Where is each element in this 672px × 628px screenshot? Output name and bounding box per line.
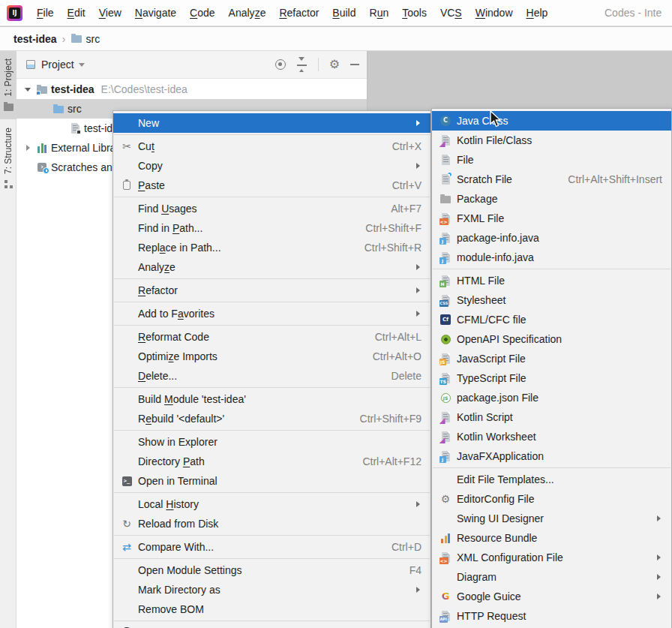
menubar-item-help[interactable]: Help (520, 0, 555, 26)
menubar-item-view[interactable]: View (92, 0, 128, 26)
menubar-item-analyze[interactable]: Analyze (222, 0, 273, 26)
new-submenu-item-java-class[interactable]: CJava Class (432, 111, 671, 131)
context-menu-item-mark-directory-as[interactable]: Mark Directory as (113, 580, 430, 599)
chevron-down-icon[interactable] (79, 63, 85, 70)
shortcut-label: Ctrl+Alt+O (373, 350, 424, 362)
context-menu-item-find-usages[interactable]: Find UsagesAlt+F7 (113, 199, 430, 218)
context-menu-item-analyze[interactable]: Analyze (113, 257, 430, 277)
context-menu-item-new[interactable]: New (113, 113, 430, 133)
menubar-item-run[interactable]: Run (363, 0, 396, 26)
menubar-item-tools[interactable]: Tools (395, 0, 434, 26)
shortcut-label: Ctrl+D (392, 541, 424, 553)
context-menu-item-build-module-test-idea[interactable]: Build Module 'test-idea' (113, 389, 430, 409)
gear-icon[interactable]: ⚙ (329, 59, 340, 71)
menu-separator (114, 492, 430, 493)
context-menu: New✂CutCtrl+XCopyPasteCtrl+VFind UsagesA… (112, 110, 431, 628)
context-menu-item-replace-in-path[interactable]: Replace in Path...Ctrl+Shift+R (113, 238, 430, 257)
new-submenu-item-editorconfig-file[interactable]: ⚙EditorConfig File (432, 489, 671, 509)
new-submenu-item-edit-file-templates[interactable]: Edit File Templates... (432, 470, 671, 489)
submenu-arrow-icon (657, 515, 664, 521)
context-menu-item-refactor[interactable]: Refactor (113, 281, 430, 300)
context-menu-item-show-in-explorer[interactable]: Show in Explorer (113, 432, 430, 452)
java-file-icon: J (437, 252, 454, 263)
context-menu-item-optimize-imports[interactable]: Optimize ImportsCtrl+Alt+O (113, 347, 430, 366)
new-submenu-item-package[interactable]: Package (432, 189, 671, 209)
new-submenu-item-html-file[interactable]: HHTML File (432, 271, 671, 290)
java-file-icon: J (437, 451, 454, 461)
breadcrumb-item-src[interactable]: src (71, 33, 100, 45)
kotlin-file-icon (437, 412, 454, 422)
tool-button-1-project[interactable]: 1: Project (0, 51, 16, 119)
folder-blue-icon (51, 104, 66, 113)
structure-tool-icon (4, 179, 13, 191)
menubar-item-file[interactable]: File (30, 0, 61, 26)
new-submenu-item-fxml-file[interactable]: <>FXML File (432, 209, 671, 228)
folder-icon (71, 33, 86, 45)
context-menu-item-paste[interactable]: PasteCtrl+V (113, 176, 430, 195)
new-submenu-item-kotlin-file-class[interactable]: Kotlin File/Class (432, 131, 671, 150)
new-submenu-item-kotlin-script[interactable]: Kotlin Script (432, 407, 671, 427)
context-menu-item-remove-bom[interactable]: Remove BOM (113, 599, 430, 619)
new-submenu-item-file[interactable]: File (432, 150, 671, 170)
css-file-icon: CSS (437, 295, 454, 305)
context-menu-item-reload-from-disk[interactable]: ↻Reload from Disk (113, 514, 430, 533)
context-menu-item-rebuild-default[interactable]: Rebuild '<default>'Ctrl+Shift+F9 (113, 409, 430, 428)
context-menu-item-open-in-terminal[interactable]: >_Open in Terminal (113, 471, 430, 491)
terminal-icon: >_ (118, 476, 135, 486)
new-submenu-item-http-request[interactable]: APIHTTP Request (432, 606, 671, 626)
menu-separator (114, 535, 430, 536)
new-submenu-item-package-json-file[interactable]: JSpackage.json File (432, 388, 671, 407)
context-menu-item-find-in-path[interactable]: Find in Path...Ctrl+Shift+F (113, 218, 430, 238)
project-tool-icon (4, 101, 14, 113)
new-submenu-item-xml-configuration-file[interactable]: <>XML Configuration File (432, 548, 671, 567)
menubar-item-code[interactable]: Code (183, 0, 221, 26)
tree-expand-down-icon[interactable] (21, 85, 34, 95)
new-submenu-item-javafxapplication[interactable]: JJavaFXApplication (432, 446, 671, 466)
project-view-selector[interactable]: Project (41, 59, 74, 71)
new-submenu-item-diagram[interactable]: Diagram (432, 567, 671, 587)
locate-file-icon[interactable] (275, 59, 286, 70)
new-submenu-item-javascript-file[interactable]: JSJavaScript File (432, 349, 671, 368)
context-menu-item-compare-with[interactable]: ⇄Compare With...Ctrl+D (113, 537, 430, 557)
menubar-item-vcs[interactable]: VCS (434, 0, 469, 26)
menubar-item-refactor[interactable]: Refactor (272, 0, 326, 26)
menu-separator (114, 430, 430, 431)
menu-separator (114, 302, 430, 302)
tree-expand-right-icon[interactable] (21, 145, 34, 151)
compare-icon: ⇄ (118, 542, 135, 552)
minimize-icon[interactable] (350, 64, 359, 65)
collapse-all-icon[interactable] (296, 57, 308, 72)
context-menu-item-create-gist[interactable]: Create Gist... (113, 623, 430, 628)
new-submenu-item-openapi-specification[interactable]: OpenAPI Specification (432, 329, 671, 349)
paste-icon (118, 181, 135, 190)
context-menu-item-local-history[interactable]: Local History (113, 494, 430, 514)
new-submenu-item-google-guice[interactable]: GGoogle Guice (432, 587, 671, 606)
context-menu-item-cut[interactable]: ✂CutCtrl+X (113, 137, 430, 156)
new-submenu-item-swing-ui-designer[interactable]: Swing UI Designer (432, 509, 671, 528)
context-menu-item-add-to-favorites[interactable]: Add to Favorites (113, 304, 430, 323)
tree-item-test-idea[interactable]: test-ideaE:\Codes\test-idea (16, 80, 367, 99)
context-menu-item-directory-path[interactable]: Directory PathCtrl+Alt+F12 (113, 452, 430, 471)
menubar-item-window[interactable]: Window (469, 0, 520, 26)
tool-button-7-structure[interactable]: 7: Structure (0, 120, 16, 197)
context-menu-item-copy[interactable]: Copy (113, 156, 430, 176)
breadcrumb-item-test-idea[interactable]: test-idea (14, 33, 57, 45)
module-path: E:\Codes\test-idea (101, 83, 188, 95)
menubar-item-edit[interactable]: Edit (61, 0, 92, 26)
context-menu-item-reformat-code[interactable]: Reformat CodeCtrl+Alt+L (113, 327, 430, 347)
menubar-item-build[interactable]: Build (326, 0, 362, 26)
file-icon (437, 155, 454, 165)
new-submenu-item-kotlin-worksheet[interactable]: Kotlin Worksheet (432, 427, 671, 446)
new-submenu-item-scratch-file[interactable]: Scratch FileCtrl+Alt+Shift+Insert (432, 170, 671, 189)
new-submenu-item-typescript-file[interactable]: TSTypeScript File (432, 368, 671, 388)
tool-window-strip: 1: Project7: Structure (0, 51, 16, 628)
new-submenu-item-cfml-cfc-file[interactable]: CfCFML/CFC file (432, 310, 671, 329)
context-menu-item-open-module-settings[interactable]: Open Module SettingsF4 (113, 560, 430, 580)
new-submenu-item-package-info-java[interactable]: Jpackage-info.java (432, 228, 671, 248)
new-submenu-item-stylesheet[interactable]: CSSStylesheet (432, 290, 671, 310)
new-submenu-item-resource-bundle[interactable]: Resource Bundle (432, 528, 671, 548)
new-submenu-item-module-info-java[interactable]: Jmodule-info.java (432, 248, 671, 267)
menubar-item-navigate[interactable]: Navigate (128, 0, 183, 26)
submenu-arrow-icon (657, 554, 664, 560)
context-menu-item-delete[interactable]: Delete...Delete (113, 366, 430, 386)
